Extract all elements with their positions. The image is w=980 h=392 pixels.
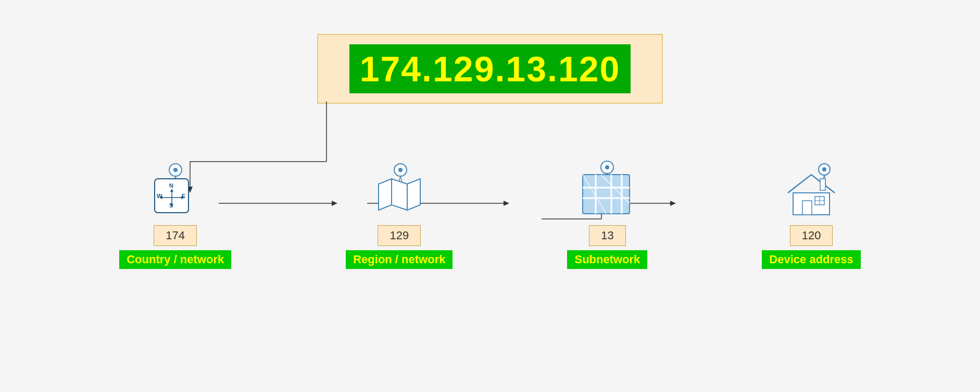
subnet-node: 13 Subnetwork xyxy=(567,151,647,269)
region-label: Region / network xyxy=(346,250,453,269)
svg-point-41 xyxy=(822,167,826,172)
country-value: 174 xyxy=(166,229,185,242)
country-node: N S W E 174 Country / network xyxy=(119,151,231,269)
svg-rect-43 xyxy=(820,179,825,190)
ip-address-text: 174.129.13.120 xyxy=(349,44,631,93)
region-value-box: 129 xyxy=(378,225,421,246)
svg-point-27 xyxy=(398,168,403,172)
svg-point-31 xyxy=(605,165,609,169)
svg-rect-44 xyxy=(802,201,812,215)
subnet-label: Subnetwork xyxy=(567,250,647,269)
house-icon xyxy=(783,151,840,219)
ip-address-box: 174.129.13.120 xyxy=(317,34,663,104)
device-value: 120 xyxy=(802,229,821,242)
device-value-box: 120 xyxy=(790,225,833,246)
region-value: 129 xyxy=(390,229,409,242)
region-node: 129 Region / network xyxy=(346,151,453,269)
nodes-row: N S W E 174 Country / network xyxy=(0,151,980,269)
map-fold-icon xyxy=(371,151,428,219)
street-map-icon xyxy=(579,151,636,219)
svg-text:N: N xyxy=(169,182,173,189)
country-value-box: 174 xyxy=(154,225,197,246)
svg-point-14 xyxy=(173,168,178,172)
country-label: Country / network xyxy=(119,250,231,269)
compass-icon: N S W E xyxy=(147,151,204,219)
device-label: Device address xyxy=(762,250,860,269)
device-node: 120 Device address xyxy=(762,151,860,269)
subnet-value-box: 13 xyxy=(589,225,625,246)
subnet-value: 13 xyxy=(601,229,613,242)
main-container: 174.129.13.120 xyxy=(0,0,980,392)
